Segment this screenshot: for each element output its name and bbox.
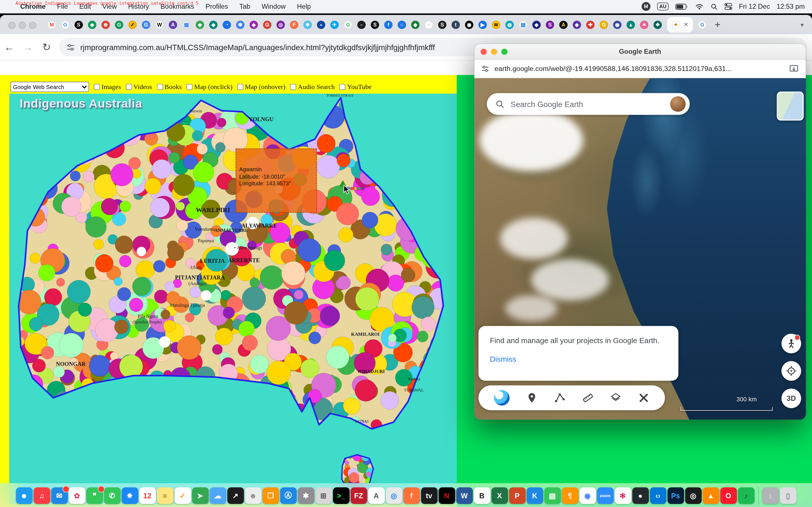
pinned-tab[interactable]: ● [317, 20, 325, 29]
dock-icon-vlc[interactable]: ▲ [703, 487, 719, 504]
pinned-tab[interactable]: t [452, 20, 460, 29]
window-minimize-button[interactable] [18, 21, 26, 29]
pinned-tab[interactable]: ○ [398, 20, 406, 29]
layers-icon[interactable] [610, 392, 621, 403]
dock-icon-opera[interactable]: O [720, 487, 737, 504]
input-source-indicator[interactable]: AU [657, 3, 668, 10]
window-close-button[interactable] [8, 21, 15, 29]
dock-icon-calendar[interactable]: 12 [139, 487, 156, 504]
reload-button[interactable]: ↻ [37, 41, 56, 53]
dock-icon-safari[interactable]: ✵ [121, 487, 138, 504]
draw-path-icon[interactable] [554, 392, 565, 403]
pinned-tab[interactable]: ◆ [532, 20, 541, 29]
wifi-icon[interactable] [695, 3, 704, 10]
checkbox-input[interactable] [186, 84, 193, 90]
window-zoom-button[interactable] [29, 21, 36, 29]
menu-item-profiles[interactable]: Profiles [200, 3, 234, 10]
dock-icon-vscode[interactable]: ‹› [650, 487, 666, 504]
pinned-tab[interactable]: ◍ [506, 20, 514, 29]
my-location-button[interactable] [781, 361, 801, 381]
dock-icon-obs[interactable]: ◎ [685, 487, 702, 504]
menu-item-help[interactable]: Help [291, 3, 317, 10]
pinned-tab[interactable]: ◈ [250, 20, 258, 29]
dock-icon-filezilla[interactable]: FZ [350, 487, 367, 504]
earth-address-bar[interactable]: earth.google.com/web/@-19.41990588,146.1… [474, 59, 806, 78]
dock-icon-chrome[interactable]: ◉ [579, 487, 596, 504]
pinned-tab[interactable]: ✓ [129, 20, 137, 29]
dock-icon-netflix[interactable]: N [439, 487, 455, 504]
pinned-tab[interactable]: ≋ [492, 20, 500, 29]
pinned-tab[interactable]: ◆ [209, 20, 217, 29]
dock-icon-launchpad[interactable]: ⊞ [315, 487, 332, 504]
new-tab-button[interactable]: + [715, 19, 720, 30]
pinned-tab[interactable]: G [142, 20, 150, 29]
menu-item-window[interactable]: Window [256, 3, 291, 10]
pinned-tab[interactable]: G [263, 20, 271, 29]
dock-icon-stocks[interactable]: ↗ [227, 487, 244, 504]
pinned-tab[interactable]: ◎ [276, 20, 285, 29]
dock-icon-tv[interactable]: tv [421, 487, 437, 504]
earth-zoom-button[interactable] [501, 48, 507, 55]
pinned-tab[interactable]: ◆ [196, 20, 204, 29]
checkbox-input[interactable] [125, 84, 132, 90]
dock-icon-keynote[interactable]: K [526, 487, 543, 504]
pinned-tab[interactable]: ✶ [640, 20, 648, 29]
dock-icon-contacts[interactable]: ☻ [245, 487, 261, 504]
dock-icon-facetime[interactable]: ✆ [104, 487, 120, 504]
spotlight-icon[interactable] [711, 3, 718, 10]
tab-close-icon[interactable]: ✕ [683, 21, 688, 28]
tools-icon[interactable] [638, 392, 649, 403]
3d-toggle-button[interactable]: 3D [781, 388, 801, 408]
menu-extra-icon[interactable]: M [642, 2, 651, 11]
pinned-tab[interactable]: ◆ [411, 20, 419, 29]
pinned-tab[interactable]: G [61, 20, 69, 29]
account-avatar[interactable] [670, 96, 686, 112]
dock-icon-pages[interactable]: ¶ [562, 487, 578, 504]
pinned-tab[interactable]: ● [357, 20, 365, 29]
dock-icon-notes[interactable]: ≡ [157, 487, 173, 504]
dock-icon-excel[interactable]: X [491, 487, 508, 504]
dock-icon-photos[interactable]: ✿ [68, 487, 85, 504]
pinned-tab[interactable]: S [438, 20, 446, 29]
pinned-tab[interactable]: S [74, 20, 83, 29]
control-center-icon[interactable] [724, 3, 732, 10]
dock-icon-weather[interactable]: ☁ [209, 487, 226, 504]
projects-sphere-icon[interactable] [494, 390, 509, 406]
measure-icon[interactable] [582, 392, 593, 403]
dock-icon-terminal[interactable]: >_ [333, 487, 349, 504]
dock-icon-finder[interactable]: ☻ [16, 487, 33, 504]
dock-icon-spotify[interactable]: ♪ [738, 487, 754, 504]
pinned-tab[interactable]: ◔ [223, 20, 231, 29]
pinned-tab[interactable]: ✱ [236, 20, 245, 29]
australia-language-map[interactable] [9, 94, 457, 504]
pinned-tab[interactable]: ◆ [88, 20, 96, 29]
dock-icon-slack[interactable]: ✻ [614, 487, 631, 504]
earth-site-settings-icon[interactable] [481, 64, 489, 73]
dock-icon-music[interactable]: ♫ [33, 487, 50, 504]
pinned-tab[interactable]: ▫ [424, 20, 433, 29]
pinned-tab[interactable]: f [384, 20, 393, 29]
pinned-tab[interactable]: M [48, 20, 56, 29]
dock-icon-bold-editor[interactable]: B [474, 487, 490, 504]
add-placemark-icon[interactable] [526, 392, 538, 403]
pinned-tab[interactable]: A [169, 20, 177, 29]
pinned-tab[interactable]: ◉ [613, 20, 621, 29]
dock-icon-powerpoint[interactable]: P [509, 487, 525, 504]
dock-icon-photoshop[interactable]: Ps [667, 487, 684, 504]
dock-icon-settings[interactable]: ✱ [297, 487, 314, 504]
install-app-icon[interactable] [789, 63, 799, 74]
pinned-tab[interactable]: F [290, 20, 298, 29]
pinned-tab[interactable]: ⊕ [101, 20, 110, 29]
pinned-tab[interactable]: ▶ [478, 20, 487, 29]
pinned-tab[interactable]: S [546, 20, 554, 29]
checkbox-input[interactable] [290, 84, 296, 90]
checkbox-input[interactable] [157, 84, 163, 90]
menubar-date[interactable]: Fri 12 Dec [739, 3, 770, 10]
pinned-tab[interactable]: G [600, 20, 608, 29]
pinned-tab[interactable]: ✚ [586, 20, 594, 29]
dock-icon-books[interactable]: ❐ [262, 487, 279, 504]
dock-icon-app-store[interactable]: Ⓐ [280, 487, 297, 504]
pinned-tab[interactable]: A [559, 20, 567, 29]
battery-icon[interactable] [675, 3, 688, 10]
pinned-tab[interactable]: ❖ [654, 20, 662, 29]
